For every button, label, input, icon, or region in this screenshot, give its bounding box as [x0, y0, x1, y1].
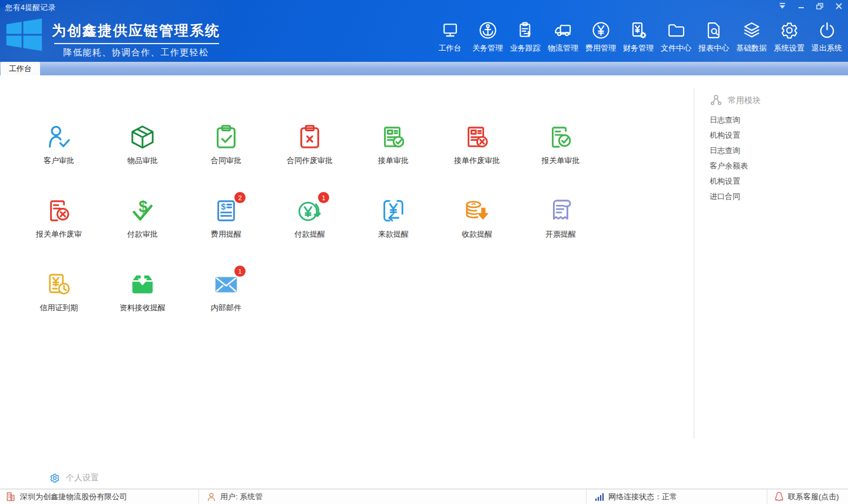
- tab-strip: 工作台: [0, 62, 848, 75]
- clipboard-arrow-icon: [516, 19, 535, 41]
- credit-clock-icon: [45, 271, 72, 298]
- dollar-check-icon: $: [129, 197, 156, 224]
- form-x-icon: [463, 124, 491, 151]
- module-customs-decl-void[interactable]: 报关单作废审: [17, 185, 101, 240]
- brand-block: 为创鑫捷供应链管理系统 降低能耗、协调合作、工作更轻松: [52, 21, 220, 58]
- sidebar-item-org-settings[interactable]: 机构设置: [710, 174, 839, 189]
- frequent-modules-title: 常用模块: [728, 95, 761, 106]
- module-data-receive-reminder[interactable]: 资料接收提醒: [101, 259, 184, 313]
- nav-customs[interactable]: 关务管理: [469, 19, 506, 54]
- sidebar-item-customer-balance[interactable]: 客户余额表: [710, 158, 839, 174]
- form-check-icon: [380, 124, 407, 151]
- truck-icon: [553, 19, 574, 41]
- status-bar: 深圳为创鑫捷物流股份有限公司 用户: 系统管 网络连接状态：正常 联系客服(点击…: [0, 489, 848, 504]
- box-icon: [129, 124, 156, 151]
- module-payment-reminder[interactable]: 1 付款提醒: [268, 185, 352, 240]
- module-contract-approval[interactable]: 合同审批: [184, 112, 268, 166]
- qq-penguin-icon: [774, 492, 784, 502]
- monitor-icon: [440, 19, 460, 41]
- notification-badge: 1: [318, 192, 329, 203]
- notification-badge: 1: [234, 266, 246, 277]
- windows-logo: [5, 16, 44, 55]
- layers-icon: [742, 19, 761, 41]
- module-customs-decl-approval[interactable]: 报关单审批: [519, 112, 602, 166]
- close-icon[interactable]: [834, 2, 843, 10]
- clipboard-x-icon: [296, 124, 323, 151]
- notification-badge: 2: [234, 192, 246, 203]
- module-collection-reminder[interactable]: 收款提醒: [435, 185, 519, 240]
- module-fee-reminder[interactable]: $ 2 费用提醒: [184, 185, 268, 240]
- module-order-approval[interactable]: 接单审批: [352, 112, 435, 166]
- status-support[interactable]: 联系客服(点击): [767, 489, 848, 504]
- report-search-icon: [704, 19, 724, 41]
- app-slogan: 降低能耗、协调合作、工作更轻松: [52, 47, 220, 58]
- incoming-yen-icon: [380, 197, 407, 224]
- signal-bars-icon: [595, 492, 604, 501]
- sidebar-item-log-query[interactable]: 日志查询: [710, 112, 839, 128]
- receipt-icon: [547, 197, 574, 224]
- folder-icon: [667, 19, 686, 41]
- frequent-modules-panel: 常用模块 日志查询 机构设置 日志查询 客户余额表 机构设置 进口合同: [710, 94, 839, 204]
- nav-system-settings[interactable]: 系统设置: [770, 19, 808, 54]
- minimize-icon[interactable]: [796, 2, 806, 10]
- nav-expense[interactable]: 费用管理: [582, 19, 620, 54]
- user-icon: [207, 492, 216, 502]
- frequent-modules-header: 常用模块: [710, 94, 839, 107]
- doc-check-icon: [547, 124, 574, 151]
- yen-circle-icon: [591, 19, 611, 41]
- module-credit-expiry[interactable]: 信用证到期: [17, 259, 101, 313]
- reminder-notice: 您有4提醒记录: [5, 3, 55, 13]
- main-nav: 工作台 关务管理 业务跟踪 物流管理 费用管理: [431, 19, 846, 54]
- nav-report-center[interactable]: 报表中心: [695, 19, 733, 54]
- nav-logistics[interactable]: 物流管理: [544, 19, 582, 54]
- person-check-icon: [45, 124, 72, 151]
- coins-arrow-icon: [463, 197, 491, 224]
- inbox-receive-icon: [129, 271, 156, 298]
- tab-workbench[interactable]: 工作台: [1, 62, 40, 75]
- module-customer-approval[interactable]: 客户审批: [17, 112, 101, 166]
- gear-icon: [780, 19, 799, 41]
- sidebar-item-log-query[interactable]: 日志查询: [710, 143, 839, 158]
- status-company: 深圳为创鑫捷物流股份有限公司: [0, 489, 198, 504]
- nav-file-center[interactable]: 文件中心: [657, 19, 695, 54]
- gear-icon: [49, 473, 60, 483]
- restore-icon[interactable]: [815, 2, 824, 10]
- personal-settings[interactable]: 个人设置: [49, 473, 99, 483]
- module-grid: 客户审批 物品审批 合同审批 合同作废审批 接单: [17, 112, 602, 313]
- module-incoming-funds-reminder[interactable]: 来款提醒: [352, 185, 435, 240]
- top-banner: 您有4提醒记录 为创鑫捷供应链管理系统 降低能耗、协调合作、工作更轻松: [0, 0, 848, 62]
- person-network-icon: [710, 94, 723, 107]
- sidebar-item-org-settings[interactable]: 机构设置: [710, 128, 839, 143]
- module-invoice-reminder[interactable]: 开票提醒: [519, 185, 602, 240]
- status-network: 网络连接状态：正常: [586, 489, 767, 504]
- nav-workbench[interactable]: 工作台: [431, 19, 469, 54]
- svg-text:$: $: [221, 202, 226, 211]
- building-icon: [6, 492, 16, 502]
- window-controls: [777, 2, 843, 10]
- clipboard-check-icon: [213, 124, 240, 151]
- app-title: 为创鑫捷供应链管理系统: [52, 21, 220, 40]
- content-sidebar-divider: [694, 88, 694, 439]
- frequent-modules-list: 日志查询 机构设置 日志查询 客户余额表 机构设置 进口合同: [710, 112, 839, 204]
- nav-business-track[interactable]: 业务跟踪: [506, 19, 544, 54]
- nav-finance[interactable]: 财务管理: [620, 19, 657, 54]
- power-icon: [817, 19, 837, 41]
- anchor-icon: [478, 19, 498, 41]
- doc-x-icon: [45, 197, 72, 224]
- module-payment-approval[interactable]: $ 付款审批: [101, 185, 184, 240]
- sidebar-item-import-contract[interactable]: 进口合同: [710, 189, 839, 204]
- status-user: 用户: 系统管: [198, 489, 586, 504]
- nav-exit[interactable]: 退出系统: [808, 19, 846, 54]
- personal-settings-label: 个人设置: [66, 473, 99, 483]
- module-contract-void-approval[interactable]: 合同作废审批: [268, 112, 352, 166]
- module-goods-approval[interactable]: 物品审批: [101, 112, 184, 166]
- skin-menu-icon[interactable]: [777, 2, 787, 10]
- finance-doc-icon: [629, 19, 648, 41]
- module-internal-mail[interactable]: 1 内部邮件: [184, 259, 268, 313]
- module-order-void-approval[interactable]: 接单作废审批: [435, 112, 519, 166]
- brand-divider: [54, 43, 219, 44]
- nav-base-data[interactable]: 基础数据: [733, 19, 770, 54]
